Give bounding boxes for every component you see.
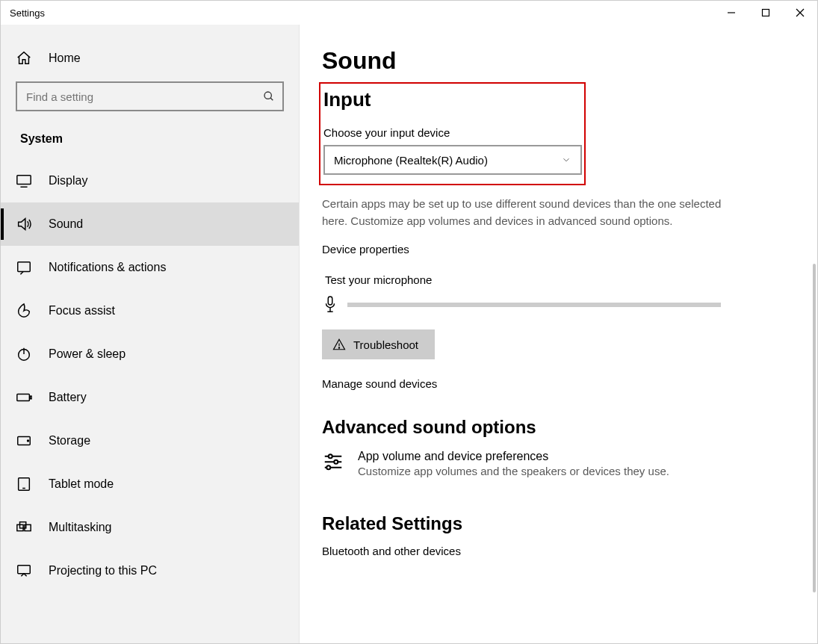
window-buttons [714, 1, 817, 25]
sidebar-item-storage[interactable]: Storage [1, 419, 299, 462]
notifications-icon [16, 259, 32, 276]
sidebar-item-label: Projecting to this PC [49, 564, 157, 578]
advanced-heading: Advanced sound options [322, 417, 787, 438]
sidebar-item-notifications[interactable]: Notifications & actions [1, 246, 299, 289]
search-icon [263, 90, 275, 102]
tablet-icon [16, 476, 32, 492]
sidebar-item-label: Power & sleep [49, 347, 126, 361]
svg-rect-21 [328, 297, 332, 305]
page-title: Sound [322, 47, 787, 75]
maximize-button[interactable] [749, 1, 783, 25]
svg-rect-11 [17, 394, 30, 400]
main-content: Sound Input Choose your input device Mic… [300, 25, 817, 643]
svg-rect-20 [18, 566, 31, 574]
search-input[interactable] [25, 90, 263, 104]
projecting-icon [16, 563, 32, 579]
search-box[interactable] [16, 81, 284, 111]
home-button[interactable]: Home [1, 38, 299, 78]
sidebar-item-label: Multitasking [49, 521, 111, 534]
mic-test-row [322, 295, 787, 315]
dropdown-value: Microphone (Realtek(R) Audio) [334, 154, 488, 167]
sidebar-item-sound[interactable]: Sound [1, 202, 299, 246]
input-heading: Input [320, 88, 584, 111]
chevron-down-icon [561, 155, 571, 165]
scrollbar[interactable] [813, 264, 816, 592]
svg-rect-1 [763, 10, 769, 16]
microphone-icon [322, 295, 338, 315]
input-section-highlight: Input Choose your input device Microphon… [319, 82, 586, 185]
sidebar-item-label: Tablet mode [49, 477, 114, 491]
home-label: Home [49, 52, 81, 65]
input-device-label: Choose your input device [320, 126, 584, 139]
power-icon [16, 346, 32, 362]
focus-assist-icon [16, 303, 32, 319]
sidebar: Home System Display Sound Notifica [1, 25, 300, 643]
svg-point-14 [28, 440, 29, 442]
svg-rect-8 [18, 262, 31, 272]
window-titlebar: Settings [1, 1, 817, 25]
multitasking-icon [16, 519, 32, 536]
sidebar-item-tablet-mode[interactable]: Tablet mode [1, 462, 299, 506]
sidebar-item-battery[interactable]: Battery [1, 376, 299, 419]
minimize-button[interactable] [714, 1, 749, 25]
sidebar-item-power-sleep[interactable]: Power & sleep [1, 332, 299, 376]
svg-point-25 [338, 347, 339, 348]
storage-icon [16, 433, 32, 449]
sidebar-item-label: Display [49, 174, 87, 188]
svg-point-4 [264, 92, 271, 99]
input-description: Certain apps may be set up to use differ… [322, 196, 740, 229]
warning-icon [332, 338, 346, 351]
app-volume-title: App volume and device preferences [358, 450, 669, 463]
bluetooth-link[interactable]: Bluetooth and other devices [322, 545, 787, 557]
input-device-dropdown[interactable]: Microphone (Realtek(R) Audio) [323, 145, 582, 175]
troubleshoot-button[interactable]: Troubleshoot [322, 329, 435, 359]
sidebar-category: System [1, 125, 299, 159]
app-volume-item[interactable]: App volume and device preferences Custom… [322, 450, 787, 477]
svg-rect-6 [17, 176, 31, 185]
svg-line-5 [270, 98, 273, 100]
svg-rect-12 [30, 396, 31, 399]
manage-sound-devices-link[interactable]: Manage sound devices [322, 377, 787, 390]
sidebar-item-label: Storage [49, 434, 90, 448]
mic-level-bar [347, 303, 721, 307]
troubleshoot-label: Troubleshoot [353, 338, 418, 351]
device-properties-link[interactable]: Device properties [322, 243, 787, 256]
sound-icon [16, 216, 32, 232]
close-button[interactable] [783, 1, 817, 25]
test-mic-label: Test your microphone [322, 273, 787, 286]
sidebar-item-label: Sound [49, 217, 83, 231]
app-volume-subtitle: Customize app volumes and the speakers o… [358, 465, 669, 477]
sidebar-item-multitasking[interactable]: Multitasking [1, 506, 299, 549]
sidebar-item-label: Focus assist [49, 304, 115, 318]
sidebar-item-label: Notifications & actions [49, 261, 166, 274]
svg-point-31 [326, 465, 330, 469]
home-icon [16, 50, 32, 66]
sidebar-item-label: Battery [49, 391, 87, 404]
svg-point-27 [329, 454, 332, 458]
sliders-icon [322, 450, 344, 472]
sidebar-item-projecting[interactable]: Projecting to this PC [1, 549, 299, 592]
sidebar-item-focus-assist[interactable]: Focus assist [1, 289, 299, 332]
battery-icon [16, 389, 32, 406]
window-title: Settings [10, 7, 45, 19]
sidebar-item-display[interactable]: Display [1, 159, 299, 202]
related-heading: Related Settings [322, 513, 787, 534]
display-icon [16, 173, 32, 189]
svg-point-29 [334, 460, 338, 464]
